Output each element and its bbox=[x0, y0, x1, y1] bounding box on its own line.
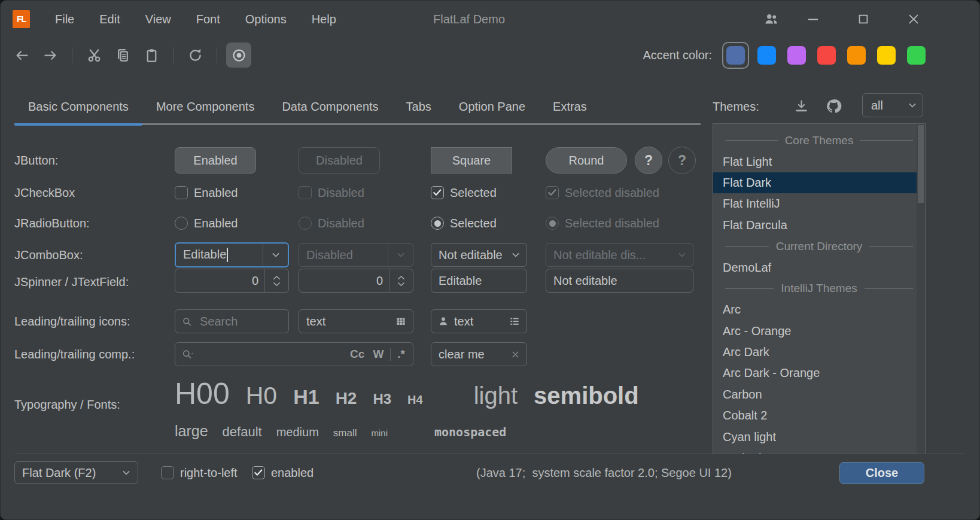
spinner-up-down-icon[interactable] bbox=[389, 269, 413, 292]
themes-scrollbar-thumb[interactable] bbox=[918, 125, 924, 203]
large-sample: large bbox=[175, 422, 208, 440]
theme-item-flat-dark[interactable]: Flat Dark bbox=[713, 172, 917, 193]
combobox-not-editable[interactable]: Not editable bbox=[431, 243, 527, 267]
accent-swatch-purple[interactable] bbox=[787, 46, 806, 65]
radio-label: Disabled bbox=[318, 217, 364, 230]
leading-trailing-icons-label: Leading/trailing icons: bbox=[14, 312, 130, 330]
help-button-filled[interactable]: ? bbox=[635, 147, 662, 174]
tab-tabs[interactable]: Tabs bbox=[392, 90, 445, 126]
regex-button[interactable]: .* bbox=[393, 348, 409, 361]
spinner-value: 0 bbox=[175, 274, 264, 288]
radio-selected[interactable]: Selected bbox=[431, 214, 497, 232]
textfield-trailing-table[interactable]: text bbox=[299, 309, 413, 333]
accent-swatch-orange[interactable] bbox=[847, 46, 866, 65]
close-button[interactable]: Close bbox=[839, 462, 924, 484]
accent-swatch-red[interactable] bbox=[817, 46, 836, 65]
paste-button[interactable] bbox=[139, 42, 164, 68]
download-theme-button[interactable] bbox=[789, 94, 813, 118]
chevron-down-icon bbox=[505, 244, 526, 266]
theme-item-carbon[interactable]: Carbon bbox=[713, 384, 925, 405]
refresh-button[interactable] bbox=[182, 42, 208, 68]
theme-item-demolaf[interactable]: DemoLaf bbox=[713, 257, 925, 278]
theme-item-arc[interactable]: Arc bbox=[713, 299, 925, 320]
textfield-value: Not editable bbox=[546, 274, 693, 288]
copy-button[interactable] bbox=[110, 42, 135, 68]
tab-option-pane[interactable]: Option Pane bbox=[445, 90, 539, 126]
whole-word-button[interactable]: W bbox=[369, 348, 388, 361]
theme-item-arc-orange[interactable]: Arc - Orange bbox=[713, 321, 925, 342]
accent-swatch-blue[interactable] bbox=[757, 46, 776, 65]
combobox-value: Not editable dis... bbox=[546, 248, 671, 262]
users-button[interactable] bbox=[759, 7, 783, 31]
accent-swatch-yellow[interactable] bbox=[877, 46, 896, 65]
cut-icon bbox=[86, 47, 102, 63]
window-close-button[interactable] bbox=[902, 7, 926, 31]
theme-item-flat-darcula[interactable]: Flat Darcula bbox=[713, 215, 925, 236]
themes-filter-combobox[interactable]: all bbox=[862, 93, 923, 117]
round-button[interactable]: Round bbox=[546, 147, 627, 174]
github-button[interactable] bbox=[821, 94, 845, 118]
minimize-button[interactable] bbox=[801, 7, 825, 31]
theme-item-flat-intellij[interactable]: Flat IntelliJ bbox=[713, 193, 925, 214]
textfield-leading-person[interactable]: text bbox=[431, 309, 527, 333]
cut-button[interactable] bbox=[81, 42, 106, 68]
typography-label: Typography / Fonts: bbox=[14, 396, 120, 413]
back-button[interactable] bbox=[9, 42, 34, 68]
textfield-editable[interactable]: Editable bbox=[431, 269, 527, 293]
spinner-1[interactable]: 0 bbox=[175, 269, 289, 293]
section-label: IntelliJ Themes bbox=[781, 282, 857, 295]
checkbox-enabled[interactable]: Enabled bbox=[175, 184, 238, 202]
forward-button[interactable] bbox=[38, 42, 63, 68]
checkbox-icon bbox=[175, 186, 188, 199]
checkbox-label: Disabled bbox=[318, 186, 364, 200]
theme-item-arc-dark[interactable]: Arc Dark bbox=[713, 342, 925, 363]
radio-enabled[interactable]: Enabled bbox=[175, 214, 238, 232]
themes-scrollbar[interactable] bbox=[917, 124, 925, 454]
spinner-2[interactable]: 0 bbox=[299, 269, 413, 293]
flatlaf-demo-window: FL File Edit View Font Options Help Flat… bbox=[0, 0, 980, 520]
square-button[interactable]: Square bbox=[431, 147, 512, 174]
toolbar-separator bbox=[72, 47, 72, 63]
tab-extras[interactable]: Extras bbox=[539, 90, 601, 126]
default-sample: default bbox=[223, 424, 262, 440]
accent-swatch-default[interactable] bbox=[726, 46, 745, 65]
theme-item-arc-dark-orange[interactable]: Arc Dark - Orange bbox=[713, 363, 925, 384]
theme-item-flat-light[interactable]: Flat Light bbox=[713, 151, 925, 172]
maximize-button[interactable] bbox=[851, 7, 875, 31]
monospaced-sample: monospaced bbox=[434, 425, 506, 439]
enabled-button[interactable]: Enabled bbox=[175, 147, 256, 174]
search-field[interactable]: Search bbox=[175, 309, 289, 333]
small-sample: small bbox=[333, 427, 357, 439]
clearable-field[interactable]: clear me bbox=[431, 342, 527, 366]
laf-combobox[interactable]: Flat Dark (F2) bbox=[14, 461, 138, 484]
checkbox-selected[interactable]: Selected bbox=[431, 184, 497, 202]
table-icon[interactable] bbox=[395, 315, 407, 327]
combobox-editable[interactable]: Editable bbox=[175, 242, 289, 267]
right-to-left-checkbox[interactable]: right-to-left bbox=[161, 464, 238, 482]
window-title: FlatLaf Demo bbox=[1, 1, 938, 38]
typography-heading-samples: H00 H0 H1 H2 H3 H4 light semibold bbox=[175, 376, 639, 411]
chevron-down-icon[interactable] bbox=[263, 244, 288, 266]
combobox-value: Not editable bbox=[431, 248, 505, 262]
combobox-disabled: Disabled bbox=[299, 243, 413, 267]
field-divider bbox=[390, 348, 391, 361]
tab-basic-components[interactable]: Basic Components bbox=[14, 90, 142, 126]
bottom-separator bbox=[15, 454, 965, 454]
show-hidden-toggle[interactable] bbox=[226, 42, 251, 68]
clear-icon[interactable] bbox=[510, 349, 521, 360]
spinner-up-down-icon[interactable] bbox=[264, 269, 288, 292]
theme-item-cyan-light[interactable]: Cyan light bbox=[713, 426, 925, 447]
search-with-menu-icon[interactable] bbox=[181, 348, 196, 360]
enabled-checkbox[interactable]: enabled bbox=[252, 464, 314, 482]
tab-more-components[interactable]: More Components bbox=[142, 90, 269, 126]
toolbar-separator bbox=[173, 47, 174, 63]
radio-selected-icon bbox=[546, 217, 559, 230]
accent-swatch-green[interactable] bbox=[907, 46, 926, 65]
list-icon[interactable] bbox=[509, 315, 521, 327]
match-case-button[interactable]: Cc bbox=[346, 348, 369, 361]
h2-sample: H2 bbox=[336, 389, 357, 408]
search-field-with-options[interactable]: Cc W .* bbox=[175, 342, 413, 366]
theme-item-cobalt-2[interactable]: Cobalt 2 bbox=[713, 405, 925, 426]
tab-data-components[interactable]: Data Components bbox=[268, 90, 392, 126]
help-button-outline[interactable]: ? bbox=[668, 147, 696, 174]
